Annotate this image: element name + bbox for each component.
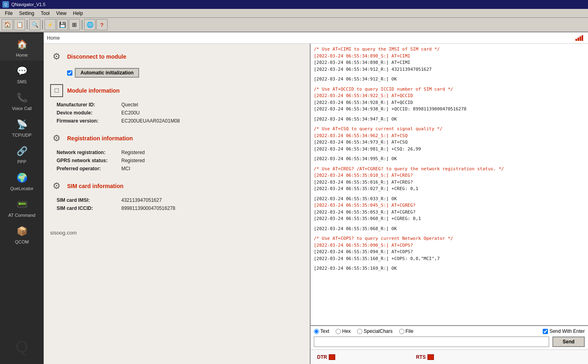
sidebar-item-voice[interactable]: 📞 Voice Call — [0, 87, 44, 114]
input-options: Text Hex SpecialChars File — [314, 328, 585, 334]
toolbar-sep1 — [27, 20, 27, 30]
send-with-enter-label: Send With Enter — [550, 328, 585, 334]
main-area: 🏠 Home 💬 SMS 📞 Voice Call 📡 TCP/UDP 🔗 PP… — [0, 32, 588, 364]
log-line: [2022-03-24 06:55:35:016_R:] AT+CREG? — [314, 179, 585, 186]
log-line: /* Use AT+QCCID to query ICCID number of… — [314, 86, 585, 93]
toolbar-connect-btn[interactable]: ⚡ — [44, 19, 56, 30]
footer-text: sisoog.com — [50, 214, 303, 236]
toolbar-home-btn[interactable]: 🏠 — [2, 19, 13, 30]
radio-text-input[interactable] — [314, 329, 319, 334]
sidebar-label-quelocator: QueLocator — [10, 186, 33, 191]
log-line: /* Use AT+CREG? /AT+CGREG? to query the … — [314, 166, 585, 173]
sim-value-1: 89981139000470516278 — [121, 205, 175, 211]
log-line: [2022-03-24 06:55:34:928_R:] AT+QCCID — [314, 99, 585, 106]
sidebar: 🏠 Home 💬 SMS 📞 Voice Call 📡 TCP/UDP 🔗 PP… — [0, 32, 44, 364]
log-line: [2022-03-24 06:55:35:094_R:] AT+COPS? — [314, 249, 585, 256]
module-info-value-2: EC200UEUAAR02A01M08 — [121, 118, 180, 124]
log-line: [2022-03-24 06:55:34:912_R:] 43211394705… — [314, 66, 585, 73]
module-icon: ☐ — [50, 84, 63, 97]
registration-label-1: GPRS network status: — [57, 158, 121, 163]
sidebar-label-home: Home — [16, 53, 27, 57]
radio-file[interactable]: File — [399, 328, 413, 334]
sidebar-item-atcommand[interactable]: 📟 AT Command — [0, 194, 44, 221]
sidebar-label-voice: Voice Call — [12, 106, 32, 111]
app-icon: Q — [2, 1, 9, 8]
log-line: [2022-03-24 06:55:34:898_R:] AT+CIMI — [314, 59, 585, 66]
menu-setting[interactable]: Setting — [16, 10, 37, 17]
toolbar-search-btn[interactable]: 🔍 — [29, 19, 40, 30]
dtr-button[interactable]: DTR — [317, 354, 335, 360]
auto-init-checkbox[interactable] — [67, 70, 72, 76]
log-line: [2022-03-24 06:55:35:090_S:] AT+COPS? — [314, 242, 585, 249]
menu-tool[interactable]: Tool — [38, 10, 53, 17]
toolbar-help-btn[interactable]: ? — [96, 19, 108, 30]
left-panel: ⚙ Disconnect to module Automatic initial… — [44, 44, 311, 364]
sidebar-item-tcpudp[interactable]: 📡 TCP/UDP — [0, 114, 44, 141]
log-line: [2022-03-24 06:55:35:053_R:] AT+CGREG? — [314, 209, 585, 216]
sidebar-item-quelocator[interactable]: 🌍 QueLocator — [0, 167, 44, 194]
radio-file-label: File — [406, 328, 413, 334]
radio-specialchars[interactable]: SpecialChars — [357, 328, 392, 334]
log-line: [2022-03-24 06:55:34:922_S:] AT+QCCID — [314, 93, 585, 99]
auto-init-button[interactable]: Automatic initialization — [75, 68, 139, 78]
disconnect-gear-icon: ⚙ — [50, 50, 63, 63]
radio-hex-label: Hex — [342, 328, 351, 334]
disconnect-title: Disconnect to module — [67, 53, 126, 60]
home-icon: 🏠 — [15, 37, 29, 52]
menu-help[interactable]: Help — [70, 10, 87, 17]
tcpudp-icon: 📡 — [15, 117, 29, 132]
send-with-enter-checkbox[interactable] — [543, 329, 548, 334]
send-button[interactable]: Send — [552, 336, 585, 347]
registration-value-2: MCI — [121, 166, 130, 171]
toolbar-grid-btn[interactable]: ⊞ — [69, 19, 80, 30]
radio-specialchars-input[interactable] — [357, 329, 362, 334]
toolbar-sep2 — [42, 20, 43, 30]
radio-hex[interactable]: Hex — [336, 328, 351, 334]
module-info-label-2: Firmware version: — [57, 118, 121, 124]
registration-section-header: ⚙ Registration information — [50, 132, 303, 145]
ppp-icon: 🔗 — [15, 144, 29, 159]
log-line: [2022-03-24 06:55:34:912_R:] OK — [314, 76, 585, 83]
dtr-indicator — [329, 354, 335, 360]
sidebar-item-home[interactable]: 🏠 Home — [0, 34, 44, 61]
sidebar-item-sms[interactable]: 💬 SMS — [0, 61, 44, 87]
sim-label-1: SIM card ICCID: — [57, 205, 121, 211]
registration-row-0: Network registration: Registered — [57, 150, 303, 155]
radio-hex-input[interactable] — [336, 329, 341, 334]
module-info-row-2: Firmware version: EC200UEUAAR02A01M08 — [57, 118, 303, 124]
log-line: [2022-03-24 06:55:34:947_R:] OK — [314, 116, 585, 123]
right-panel: /* Use AT+CIMI to query the IMSI of SIM … — [311, 44, 588, 364]
panels: ⚙ Disconnect to module Automatic initial… — [44, 44, 588, 364]
sidebar-item-qcom[interactable]: 📦 QCOM — [0, 221, 44, 248]
rts-button[interactable]: RTS — [416, 354, 434, 360]
signal-indicator — [575, 35, 583, 41]
radio-file-input[interactable] — [399, 329, 404, 334]
sim-value-0: 432113947051627 — [121, 197, 162, 203]
menu-view[interactable]: View — [53, 10, 70, 17]
titlebar: Q QNavigator_V1.5 — [0, 0, 588, 9]
log-line: /* Use AT+COPS? to query current Network… — [314, 235, 585, 242]
log-line: [2022-03-24 06:55:35:068_R:] OK — [314, 226, 585, 233]
log-line: [2022-03-24 06:55:34:890_S:] AT+CIMI — [314, 53, 585, 60]
module-info-value-1: EC200U — [121, 110, 140, 116]
log-line: [2022-03-24 06:55:35:027_R:] +CREG: 0,1 — [314, 186, 585, 193]
registration-title: Registration information — [67, 135, 133, 142]
log-line: /* Use AT+CIMI to query the IMSI of SIM … — [314, 46, 585, 53]
radio-specialchars-label: SpecialChars — [364, 328, 392, 334]
radio-text[interactable]: Text — [314, 328, 329, 334]
signal-bar-2 — [577, 38, 579, 41]
content: Home ⚙ Disconnect to module Automatic in… — [44, 32, 588, 364]
command-input[interactable] — [314, 336, 549, 347]
auto-init-row: Automatic initialization — [67, 68, 303, 78]
toolbar-globe-btn[interactable]: 🌐 — [84, 19, 95, 30]
log-line: [2022-03-24 06:55:34:938_R:] +QCCID: 899… — [314, 106, 585, 113]
sidebar-item-ppp[interactable]: 🔗 PPP — [0, 141, 44, 167]
menu-file[interactable]: File — [2, 10, 16, 17]
toolbar-save-btn[interactable]: 💾 — [57, 19, 68, 30]
sim-row-1: SIM card ICCID: 89981139000470516278 — [57, 205, 303, 211]
sim-row-0: SIM card IMSI: 432113947051627 — [57, 197, 303, 203]
registration-row-2: Preferred operator: MCI — [57, 166, 303, 171]
toolbar-clipboard-btn[interactable]: 📋 — [14, 19, 25, 30]
radio-text-label: Text — [320, 328, 329, 334]
log-area[interactable]: /* Use AT+CIMI to query the IMSI of SIM … — [311, 44, 588, 325]
